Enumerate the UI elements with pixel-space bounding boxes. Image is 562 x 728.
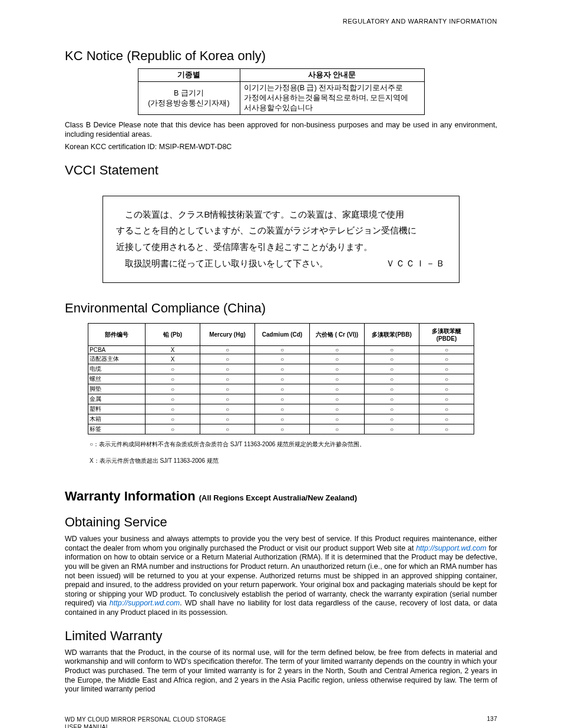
env-cell: ○	[200, 384, 255, 394]
limited-para: WD warrants that the Product, in the cou…	[65, 648, 497, 694]
env-cell: ○	[365, 424, 419, 434]
kc-c2: 이기기는가정용(B 급) 전자파적합기기로서주로 가정에서사용하는것을목적으로하…	[240, 82, 424, 115]
env-cell: ○	[200, 346, 255, 354]
env-cell: ○	[365, 364, 419, 374]
env-cell: ○	[419, 346, 474, 354]
kc-th1: 기종별	[138, 69, 240, 82]
env-cell: ○	[255, 374, 310, 384]
env-cell: ○	[200, 414, 255, 424]
footer-l2: USER MANUAL	[65, 723, 226, 728]
obtain-heading: Obtaining Service	[65, 515, 497, 530]
env-cell: ○	[255, 404, 310, 414]
env-cell: ○	[310, 404, 365, 414]
kc-c2a: 이기기는가정용(B 급) 전자파적합기기로서주로	[244, 84, 404, 92]
env-cell: ○	[310, 414, 365, 424]
env-cell: ○	[365, 384, 419, 394]
env-cell-name: 木箱	[88, 414, 146, 424]
env-th: Mercury (Hg)	[200, 324, 255, 346]
kc-c1: B 급기기 (가정용방송통신기자재)	[138, 82, 240, 115]
env-cell-name: 塑料	[88, 404, 146, 414]
env-cell: ○	[255, 394, 310, 404]
env-cell: ○	[310, 384, 365, 394]
obtain-para: WD values your business and always attem…	[65, 535, 497, 618]
env-cell: ○	[200, 364, 255, 374]
running-header: REGULATORY AND WARRANTY INFORMATION	[65, 18, 497, 25]
kc-c2b: 가정에서사용하는것을목적으로하며, 모든지역에	[244, 94, 409, 102]
vcci-heading: VCCI Statement	[65, 163, 497, 178]
env-cell: ○	[146, 404, 200, 414]
env-table: 部件编号铅 (Pb)Mercury (Hg)Cadmium (Cd)六价铬 ( …	[88, 323, 474, 434]
env-cell-name: 电缆	[88, 364, 146, 374]
env-cell: ○	[365, 414, 419, 424]
env-cell: ○	[365, 404, 419, 414]
env-cell: ○	[310, 354, 365, 364]
env-cell: ○	[146, 374, 200, 384]
env-cell-name: 标签	[88, 424, 146, 434]
vcci-l2: することを目的としていますが、この装置がラジオやテレビジョン受信機に	[116, 223, 446, 239]
env-cell: ○	[419, 394, 474, 404]
env-cell: ○	[255, 346, 310, 354]
warranty-heading: Warranty Information (All Regions Except…	[65, 489, 497, 504]
kc-th2: 사용자 안내문	[240, 69, 424, 82]
env-th: 铅 (Pb)	[146, 324, 200, 346]
limited-heading: Limited Warranty	[65, 628, 497, 644]
env-cell: ○	[200, 354, 255, 364]
env-cell: ○	[255, 364, 310, 374]
env-cell: ○	[419, 424, 474, 434]
env-cell-name: 适配器主体	[88, 354, 146, 364]
env-cell-name: 螺丝	[88, 374, 146, 384]
env-cell: ○	[365, 374, 419, 384]
kc-c2c: 서사용할수있습니다	[244, 104, 313, 112]
env-cell: ○	[255, 354, 310, 364]
env-note1: ○：表示元件构成同种材料不含有杂质或所含杂质符合 SJ/T 11363-2006…	[90, 440, 497, 449]
support-link-1[interactable]: http://support.wd.com	[416, 544, 487, 552]
obtain-pb: for information on how to obtain service…	[65, 544, 497, 608]
env-cell: ○	[200, 374, 255, 384]
env-cell: ○	[146, 414, 200, 424]
footer: WD MY CLOUD MIRROR PERSONAL CLOUD STORAG…	[65, 716, 497, 728]
env-th: Cadmium (Cd)	[255, 324, 310, 346]
env-cell: ○	[146, 394, 200, 404]
kc-c1b: (가정용방송통신기자재)	[148, 99, 229, 107]
env-cell: ○	[310, 424, 365, 434]
env-cell: ○	[146, 424, 200, 434]
env-th: 多溴联苯醚(PBDE)	[419, 324, 474, 346]
env-cell-name: 脚垫	[88, 384, 146, 394]
warranty-heading-sub: (All Regions Except Australia/New Zealan…	[199, 493, 357, 502]
env-cell: ○	[310, 346, 365, 354]
warranty-heading-main: Warranty Information	[65, 489, 196, 503]
env-cell: X	[146, 354, 200, 364]
env-cell: ○	[419, 404, 474, 414]
vcci-l1: この装置は、クラスB情報技術装置です。この装置は、家庭環境で使用	[116, 207, 446, 223]
env-cell: ○	[310, 394, 365, 404]
footer-page: 137	[487, 716, 497, 728]
env-cell: ○	[255, 424, 310, 434]
env-th: 部件编号	[88, 324, 146, 346]
env-cell: X	[146, 346, 200, 354]
env-cell: ○	[365, 354, 419, 364]
support-link-2[interactable]: http://support.wd.com	[110, 599, 180, 607]
kc-p2: Korean KCC certification ID: MSIP-REM-WD…	[65, 143, 497, 152]
env-note2: X：表示元件所含物质超出 SJ/T 11363-2006 规范	[90, 457, 497, 465]
env-cell: ○	[255, 384, 310, 394]
env-cell: ○	[419, 364, 474, 374]
kc-c1a: B 급기기	[174, 89, 204, 97]
env-cell-name: 金属	[88, 394, 146, 404]
env-cell: ○	[419, 384, 474, 394]
env-cell: ○	[310, 374, 365, 384]
env-cell: ○	[310, 364, 365, 374]
env-cell: ○	[365, 394, 419, 404]
env-heading: Environmental Compliance (China)	[65, 301, 497, 316]
env-cell: ○	[255, 414, 310, 424]
kc-table: 기종별 사용자 안내문 B 급기기 (가정용방송통신기자재) 이기기는가정용(B…	[138, 68, 425, 115]
env-th: 六价铬 ( Cr (VI))	[310, 324, 365, 346]
vcci-badge: ＶＣＣＩ－Ｂ	[386, 256, 446, 272]
vcci-l4: 取扱説明書に従って正しい取り扱いをして下さい。	[116, 256, 328, 272]
env-cell-name: PCBA	[88, 346, 146, 354]
env-cell: ○	[200, 404, 255, 414]
vcci-l3: 近接して使用されると、受信障害を引き起こすことがあります。	[116, 239, 446, 256]
env-cell: ○	[200, 394, 255, 404]
env-cell: ○	[419, 374, 474, 384]
env-cell: ○	[419, 354, 474, 364]
env-cell: ○	[146, 364, 200, 374]
